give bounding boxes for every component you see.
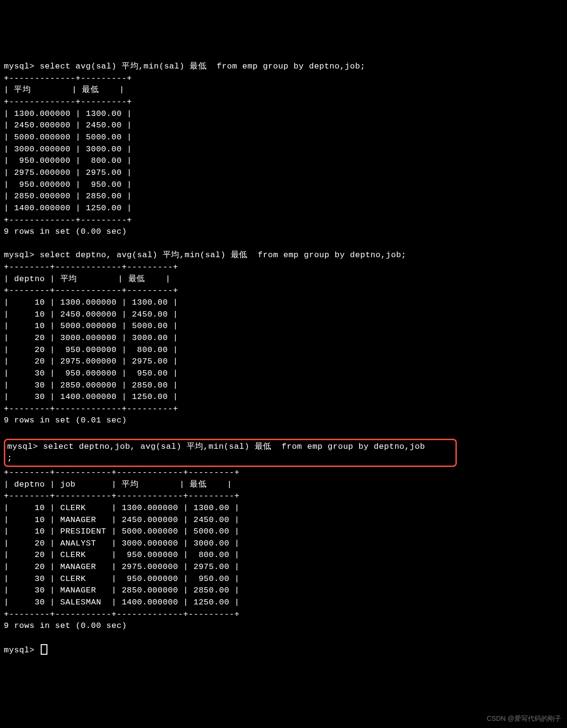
table3-border: +--------+-----------+-------------+----…: [4, 491, 239, 500]
table2-border: +--------+-------------+---------+: [4, 404, 178, 413]
table1-border: +-------------+---------+: [4, 74, 132, 83]
table1-rows: | 1300.000000 | 1300.00 | | 2450.000000 …: [4, 109, 132, 213]
sql-query-3-line2: ;: [7, 454, 12, 463]
table2-header: | deptno | 平均 | 最低 |: [4, 274, 170, 284]
table3-border: +--------+-----------+-------------+----…: [4, 468, 239, 477]
table1-footer: 9 rows in set (0.00 sec): [4, 227, 127, 236]
highlighted-query: mysql> select deptno,job, avg(sal) 平均,mi…: [4, 439, 457, 467]
table3-border: +--------+-----------+-------------+----…: [4, 610, 239, 619]
prompt: mysql>: [4, 250, 40, 260]
sql-query-1: select avg(sal) 平均,min(sal) 最低 from emp …: [40, 62, 365, 71]
table2-border: +--------+-------------+---------+: [4, 262, 178, 272]
table3-footer: 9 rows in set (0.00 sec): [4, 621, 127, 630]
sql-query-3-line1: mysql> select deptno,job, avg(sal) 平均,mi…: [7, 442, 425, 451]
table1-border: +-------------+---------+: [4, 97, 132, 106]
table3-header: | deptno | job | 平均 | 最低 |: [4, 480, 232, 489]
table2-footer: 9 rows in set (0.01 sec): [4, 416, 127, 425]
table2-border: +--------+-------------+---------+: [4, 286, 178, 295]
table1-border: +-------------+---------+: [4, 216, 132, 225]
prompt: mysql>: [4, 62, 40, 71]
table3-rows: | 10 | CLERK | 1300.000000 | 1300.00 | |…: [4, 503, 239, 607]
watermark-text: CSDN @爱写代码的刚子: [487, 714, 561, 723]
table2-rows: | 10 | 1300.000000 | 1300.00 | | 10 | 24…: [4, 298, 178, 401]
sql-query-2: select deptno, avg(sal) 平均,min(sal) 最低 f…: [40, 250, 407, 260]
table1-header: | 平均 | 最低 |: [4, 85, 125, 94]
terminal-output: mysql> select avg(sal) 平均,min(sal) 最低 fr…: [4, 49, 563, 657]
cursor-icon[interactable]: [41, 644, 47, 655]
prompt: mysql>: [4, 646, 40, 655]
